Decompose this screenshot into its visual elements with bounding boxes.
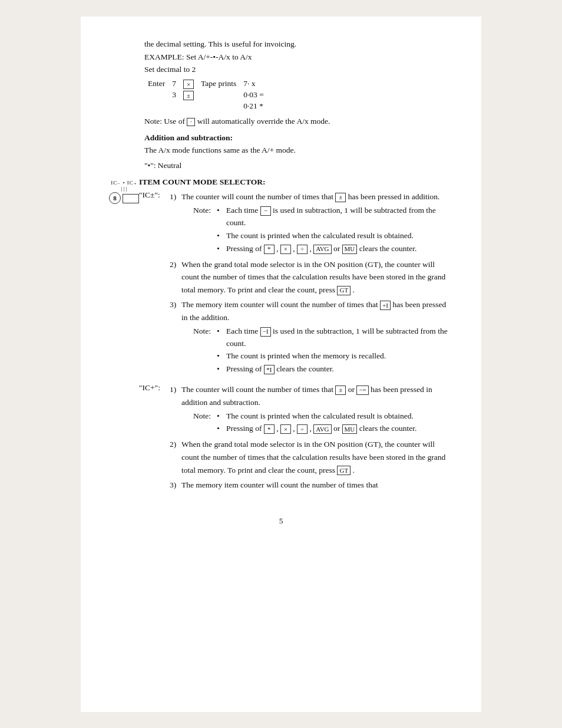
intro-line1: the decimal setting. This is useful for … [144,38,453,51]
note-override: Note: Use of · will automatically overri… [144,115,453,128]
ic-plus-minus-items: 1) The counter will count the number of … [170,190,453,378]
icm-content: ITEM COUNT MODE SELECTOR: "IC±": 1) The … [139,177,453,498]
enter-val2: 3 [168,90,180,101]
dot-key: · [187,118,195,126]
note-bullet-3a: Note: • Each time −I is used in the subt… [193,325,453,350]
icp-item-1: 1) The counter will count the number of … [170,383,453,436]
ic-plus-items: 1) The counter will count the number of … [170,383,453,493]
key-minus: − [260,206,271,216]
selector-ticks-label: IC₋ • IC₊ [111,180,137,186]
key-mu: MU [342,245,358,254]
selector-box [123,194,139,203]
tape-val2: 0·03 = [240,90,267,101]
tape-val3: 0·21 * [240,101,267,111]
icpm-note-1: Note: • Each time − is used in subtracti… [193,205,453,255]
key-avg: AVG [313,245,331,254]
neutral-label: "•": Neutral [144,159,453,172]
icpm-item-3: 3) The memory item counter will count th… [170,298,453,376]
icm-title: ITEM COUNT MODE SELECTOR: [139,177,453,187]
note-bullet-3c: • Pressing of *I clears the counter. [193,363,453,375]
note-bullet-p1a: Note: • The count is printed when the ca… [193,410,453,423]
addition-subtraction-text: The A/x mode functions same as the A/+ m… [144,144,453,157]
page: the decimal setting. This is useful for … [81,17,481,712]
note-bullet-1a: Note: • Each time − is used in subtracti… [193,205,453,229]
ic-plus-minus-label: "IC±": [139,190,170,200]
circle-number: 8 [109,192,121,204]
key-plusminus: ± [335,193,346,202]
icpm-item-2: 2) When the grand total mode selector is… [170,258,453,297]
intro-block: the decimal setting. This is useful for … [144,38,453,127]
icpm-note-3: Note: • Each time −I is used in the subt… [193,325,453,376]
icp-item-2: 2) When the grand total mode selector is… [170,438,453,476]
key-gt-1: GT [337,286,351,295]
set-decimal: Set decimal to 2 [144,63,453,76]
icpm-item-1: 1) The counter will count the number of … [170,190,453,255]
key-star-i: *I [264,365,275,374]
key-div: ÷ [297,245,308,254]
key-times-2: × [280,424,291,434]
note-bullet-1c: • Pressing of * , × , ÷ , AVG or MU clea… [193,243,453,255]
note-rest: will automatically override the A/x mode… [197,117,330,126]
enter-key2: ± [180,90,197,101]
ic-plus-label: "IC+": [139,383,170,393]
example-label: EXAMPLE: Set A/+-•-A/x to A/x [144,51,453,64]
note-bullet-1b: • The count is printed when the calculat… [193,230,453,242]
icp-note-1: Note: • The count is printed when the ca… [193,410,453,436]
key-minus-eq: −= [356,386,368,395]
key-plusminus-2: ± [335,386,346,395]
icp-item-3: 3) The memory item counter will count th… [170,479,453,492]
enter-label: Enter [144,78,168,90]
note-bullet-p1b: • Pressing of * , × , ÷ , AVG or MU clea… [193,423,453,435]
ic-plus-minus-block: "IC±": 1) The counter will count the num… [139,190,453,378]
example-table: Enter 7 × Tape prints 7· x 3 ± 0·03 = [144,78,453,111]
enter-val1: 7 [168,78,180,90]
key-div-2: ÷ [297,424,308,434]
circle-icon-8: IC₋ • IC₊ | | | 8 [109,180,139,204]
note-bullet-3b: • The count is printed when the memory i… [193,350,453,363]
key-gt-2: GT [337,466,351,475]
addition-subtraction-heading: Addition and subtraction: [144,133,453,143]
addition-subtraction-section: Addition and subtraction: The A/x mode f… [109,133,453,157]
note-text: Note: Use of [144,117,185,126]
key-star: * [264,245,275,254]
tape-val1: 7· x [240,78,267,90]
enter-key1: × [180,78,197,90]
key-mu-2: MU [342,424,358,434]
tape-label: Tape prints [197,78,240,90]
tick-top: | | | [121,186,127,192]
key-minus-i: −I [260,327,271,337]
key-times: × [280,245,291,254]
page-number: 5 [109,516,453,526]
key-avg-2: AVG [313,424,331,434]
ic-plus-block: "IC+": 1) The counter will count the num… [139,383,453,493]
item-count-section: IC₋ • IC₊ | | | 8 ITEM COUNT MODE SELECT… [109,177,453,498]
key-plus-i: +I [380,301,391,310]
key-star-2: * [264,424,275,434]
